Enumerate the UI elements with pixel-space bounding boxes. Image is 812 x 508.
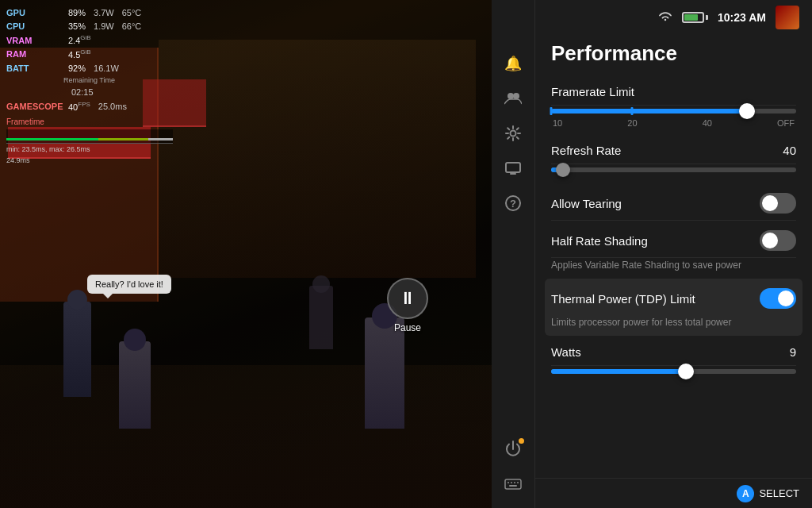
game-area: GPU 89% 3.7W 65°C CPU 35% 1.9W 66°C VRAM… xyxy=(0,0,492,508)
ram-val: 4.5 xyxy=(68,49,80,59)
frametime-label: Frametime xyxy=(6,117,44,126)
watts-slider[interactable] xyxy=(551,366,796,385)
framerate-slider-thumb[interactable] xyxy=(739,103,755,119)
sidebar-keyboard-icon[interactable] xyxy=(497,468,529,500)
batt-pct: 92% xyxy=(68,62,86,75)
battery-body xyxy=(682,12,704,23)
figure-bg xyxy=(309,286,333,349)
slider-tick-1 xyxy=(630,107,633,115)
sidebar: 🔔 ? xyxy=(492,0,535,508)
framerate-slider-track xyxy=(551,109,796,114)
vram-val: 2.4 xyxy=(68,36,80,45)
refresh-slider-thumb[interactable] xyxy=(556,163,570,177)
gpu-pct: 89% xyxy=(68,6,86,20)
frametime-stats: min: 23.5ms, max: 26.5ms 24.9ms xyxy=(6,144,173,167)
watts-row: Watts 9 xyxy=(551,339,796,366)
select-hint: A SELECT xyxy=(737,485,799,502)
dialog-bubble: Really? I'd love it! xyxy=(87,275,171,294)
gamescope-ms: 25.0 xyxy=(98,102,115,111)
refresh-rate-label: Refresh Rate xyxy=(551,144,621,157)
framerate-limit-section: Framerate Limit 10 20 40 OFF xyxy=(551,79,796,134)
pause-label: Pause xyxy=(394,322,421,333)
vram-label: VRAM xyxy=(6,34,63,48)
slider-label-10: 10 xyxy=(553,118,562,128)
slider-label-off: OFF xyxy=(777,118,795,128)
watts-slider-thumb[interactable] xyxy=(678,364,694,379)
framerate-limit-slider[interactable]: 10 20 40 OFF xyxy=(551,106,796,134)
refresh-rate-slider[interactable] xyxy=(551,164,796,183)
allow-tearing-toggle-knob xyxy=(762,195,778,211)
page-title: Performance xyxy=(551,41,796,66)
wifi-icon xyxy=(658,10,672,25)
sidebar-settings-icon[interactable] xyxy=(497,117,529,149)
watts-value: 9 xyxy=(790,345,796,359)
sidebar-power-icon[interactable] xyxy=(497,433,529,465)
slider-label-20: 20 xyxy=(627,118,637,128)
gpu-label: GPU xyxy=(6,6,63,20)
tdp-limit-label: Thermal Power (TDP) Limit xyxy=(551,292,695,306)
battery-fill xyxy=(684,14,698,21)
figure-2 xyxy=(119,341,151,429)
svg-rect-3 xyxy=(506,163,520,172)
sidebar-notification-icon[interactable]: 🔔 xyxy=(497,48,529,79)
cpu-pct: 35% xyxy=(68,20,86,33)
cpu-temp: 66°C xyxy=(122,20,142,33)
pause-circle-icon: ⏸ xyxy=(387,278,428,319)
cpu-label: CPU xyxy=(6,20,63,33)
tdp-limit-row: Thermal Power (TDP) Limit xyxy=(551,282,796,315)
tdp-limit-section: Thermal Power (TDP) Limit Limits process… xyxy=(545,279,802,336)
select-label: SELECT xyxy=(759,487,799,499)
batt-watt: 16.1 xyxy=(94,64,110,73)
a-button[interactable]: A xyxy=(737,485,754,502)
pause-button[interactable]: ⏸ Pause xyxy=(387,278,428,333)
sidebar-friends-icon[interactable] xyxy=(497,83,529,114)
panel-content: Performance Framerate Limit 10 20 40 xyxy=(535,35,812,478)
watts-slider-track xyxy=(551,369,796,374)
half-rate-shading-toggle-knob xyxy=(762,233,778,248)
allow-tearing-label: Allow Tearing xyxy=(551,197,622,210)
watts-label: Watts xyxy=(551,345,581,359)
svg-point-0 xyxy=(508,93,514,99)
allow-tearing-toggle[interactable] xyxy=(760,193,796,214)
bottom-bar: A SELECT xyxy=(535,478,812,508)
ram-label: RAM xyxy=(6,48,63,61)
framerate-slider-fill xyxy=(551,109,747,114)
slider-label-40: 40 xyxy=(703,118,712,128)
frametime-section: Frametime min: 23.5ms, max: 26.5ms 24.9m… xyxy=(6,115,173,167)
half-rate-shading-section: Half Rate Shading Applies Variable Rate … xyxy=(551,224,796,275)
figure-1 xyxy=(63,302,91,397)
sidebar-display-icon[interactable] xyxy=(497,152,529,184)
half-rate-shading-toggle[interactable] xyxy=(760,230,796,251)
watts-slider-fill xyxy=(551,369,686,374)
half-rate-shading-row: Half Rate Shading xyxy=(551,224,796,258)
framerate-slider-labels: 10 20 40 OFF xyxy=(551,118,796,128)
svg-point-1 xyxy=(513,93,519,99)
gamescope-fps: 40 xyxy=(68,102,78,111)
batt-label: BATT xyxy=(6,62,63,75)
sidebar-help-icon[interactable]: ? xyxy=(497,187,529,219)
gpu-watt: 3.7 xyxy=(94,8,105,17)
remaining-time: 02:15 xyxy=(71,86,94,99)
dialog-text: Really? I'd love it! xyxy=(95,279,163,289)
cpu-watt: 1.9 xyxy=(94,21,105,31)
half-rate-shading-desc: Applies Variable Rate Shading to save po… xyxy=(551,260,796,275)
framerate-limit-row: Framerate Limit xyxy=(551,79,796,106)
tdp-limit-toggle[interactable] xyxy=(760,288,796,309)
gpu-temp: 65°C xyxy=(122,6,142,20)
power-notification-dot xyxy=(519,438,524,444)
half-rate-shading-label: Half Rate Shading xyxy=(551,234,648,248)
refresh-slider-track xyxy=(551,167,796,172)
main-panel: 10:23 AM Performance Framerate Limit xyxy=(535,0,812,508)
time-display: 10:23 AM xyxy=(718,11,766,24)
gamescope-label: GAMESCOPE xyxy=(6,100,63,114)
tdp-limit-desc: Limits processor power for less total po… xyxy=(551,317,796,333)
refresh-rate-section: Refresh Rate 40 xyxy=(551,137,796,183)
refresh-rate-value: 40 xyxy=(783,144,796,157)
figure-3 xyxy=(365,318,404,429)
refresh-rate-row: Refresh Rate 40 xyxy=(551,137,796,164)
battery-tip xyxy=(706,15,708,20)
slider-tick-0 xyxy=(550,107,553,115)
allow-tearing-row: Allow Tearing xyxy=(551,187,796,221)
bg-buildings xyxy=(159,40,476,278)
tdp-limit-toggle-knob xyxy=(778,291,794,306)
